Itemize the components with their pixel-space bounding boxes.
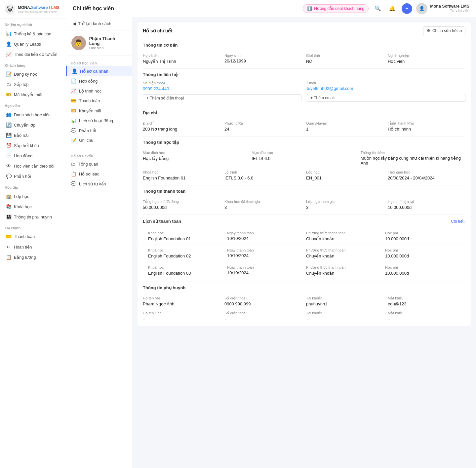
add-phone-button[interactable]: + Thêm số điện thoại — [143, 94, 301, 102]
section-ho-so-chi-tiet: Hồ sơ chi tiết ⚙ Chỉnh sửa hồ sơ Thông t… — [138, 22, 471, 326]
sidebar-item-lop-hoc[interactable]: 🏫 Lớp học — [1, 191, 64, 201]
sidebar-item-label: Quản lý Leads — [14, 42, 41, 47]
student-nav-lich-su-hd[interactable]: 📊 Lịch sử hoạt động — [66, 116, 132, 126]
logo-software: Software — [31, 5, 48, 10]
feedback-icon: 💬 — [71, 128, 76, 133]
study-extra-value: Muốn học lấy bằng cũng như cải thiện kĩ … — [361, 156, 465, 166]
sidebar-item-label: Theo dõi tiến độ tư vấn — [14, 52, 57, 57]
payment-icon: 💳 — [71, 98, 76, 103]
nav-label: Hồ sơ cá nhân — [80, 69, 108, 74]
sidebar-item-label: Danh sách học viên — [14, 112, 51, 117]
class-value: EN_001 — [306, 176, 384, 180]
sidebar-item-khoa-hoc[interactable]: 📚 Khóa học — [1, 202, 64, 212]
student-nav-khuyen-mai[interactable]: 🎫 Khuyến mãi — [66, 106, 132, 116]
back-button[interactable]: ◀ Trở lại danh sách — [66, 17, 132, 30]
ph-method-value-0: Chuyển khoản — [306, 236, 381, 241]
field-address: Địa chỉ 203 Nơ trang long — [143, 121, 220, 132]
nav-label: Thanh toán — [79, 98, 100, 103]
sidebar-item-danh-sach-hv[interactable]: 👥 Danh sách học viên — [1, 110, 64, 120]
sidebar-item-theo-doi[interactable]: 📈 Theo dõi tiến độ tư vấn — [1, 49, 64, 59]
class-label: Lớp học — [306, 170, 384, 175]
ph-method-value-2: Chuyển khoản — [306, 271, 381, 276]
coupon-icon: 🎫 — [71, 108, 76, 113]
study-purpose-label: Mục đích học — [143, 151, 248, 155]
classroom-icon: 🏫 — [6, 194, 11, 199]
add-email-button[interactable]: + Thêm email — [307, 94, 465, 102]
student-nav-lo-trinh-hoc[interactable]: 📈 Lộ trình học — [66, 86, 132, 96]
add-email-label: + Thêm email — [310, 96, 335, 100]
field-courses-joined: Khóa học đã tham gia 3 — [224, 200, 302, 210]
field-ward: Phường/Xã 24 — [224, 121, 302, 132]
sidebar-item-label: Lớp học — [14, 194, 29, 199]
sidebar-item-hv-can-theo-doi[interactable]: 👁 Học viên cần theo dõi — [1, 161, 64, 171]
student-nav-phan-hoi[interactable]: 💬 Phản hồi — [66, 126, 132, 136]
section-header: Hồ sơ chi tiết ⚙ Chỉnh sửa hồ sơ — [138, 22, 471, 39]
header-user[interactable]: 👤 Mona Software LMS Tư vấn viên — [416, 3, 469, 14]
sidebar-item-bang-luong[interactable]: 📋 Bảng lương — [1, 252, 64, 262]
feedback-icon: 💬 — [6, 174, 11, 179]
logo: 🐼 MONA.Software / LMS Learning Managemen… — [0, 0, 66, 19]
ph-method-label-2: Phương thức thanh toán — [306, 265, 381, 270]
gender-value: Nữ — [306, 59, 384, 64]
sidebar-item-phan-hoi[interactable]: 💬 Phản hồi — [1, 171, 64, 181]
field-roadmap: Lộ trình IETLS 3.0 - 6.0 — [224, 170, 302, 180]
sidebar-item-ma-khuyen-mai[interactable]: 🎫 Mã khuyến mãi — [1, 90, 64, 99]
field-study-time: Thời gian học 20/08/2024 - 20/04/2024 — [388, 170, 465, 180]
sidebar-item-xep-lop[interactable]: 🗂 Xếp lớp — [1, 79, 64, 89]
student-nav-thanh-toan[interactable]: 💳 Thanh toán — [66, 96, 132, 106]
edit-profile-button[interactable]: ⚙ Chỉnh sửa hồ sơ — [423, 26, 465, 35]
field-father-pass: Mật khẩu -- — [388, 311, 465, 321]
add-phone-label: + Thêm số điện thoại — [146, 96, 184, 100]
user-icon: 👤 — [6, 41, 11, 47]
student-nav-lich-su-tv[interactable]: 💬 Lịch sử tư vấn — [66, 179, 132, 189]
trend-icon: 📈 — [6, 52, 11, 57]
notification-button[interactable]: 🔔 — [387, 3, 398, 14]
address-row: Địa chỉ 203 Nơ trang long Phường/Xã 24 Q… — [143, 121, 465, 132]
student-nav-hop-dong[interactable]: 📄 Hợp đồng — [66, 76, 132, 86]
sidebar-section-title-tai-chinh: Tài chính — [0, 222, 66, 231]
phone-value[interactable]: 0909 234 440 — [143, 86, 301, 91]
student-nav-tong-quan[interactable]: 🗂 Tổng quan — [66, 159, 132, 169]
father-phone-label: Số điện thoại — [224, 311, 302, 315]
search-button[interactable]: 🔍 — [373, 3, 383, 14]
address-label: Địa chỉ — [143, 121, 220, 126]
sidebar-item-bao-luu[interactable]: 💾 Bảo lưu — [1, 130, 64, 140]
sidebar-section-hoc-tap: Học tập 🏫 Lớp học 📚 Khóa học 👨‍👩‍👧 Thông… — [0, 181, 66, 222]
add-button[interactable]: + — [402, 3, 412, 14]
student-nav-ho-so-lead[interactable]: 📋 Hồ sơ lead — [66, 169, 132, 179]
expire-icon: ⏰ — [6, 143, 11, 148]
chi-tiet-link[interactable]: Chi tiết › — [451, 219, 465, 224]
sidebar-item-hoan-tien[interactable]: ↩ Hoàn tiền — [1, 242, 64, 252]
sidebar-item-thong-ke[interactable]: 📊 Thống kê & báo cáo — [1, 29, 64, 39]
sidebar-item-quan-ly-leads[interactable]: 👤 Quản lý Leads — [1, 39, 64, 49]
ph-fee-value-2: 10.000.000đ — [385, 271, 460, 276]
sidebar-item-sap-het-khoa[interactable]: ⏰ Sắp hết khóa — [1, 140, 64, 150]
dob-value: 20/12/1999 — [224, 58, 302, 63]
logo-sub: Learning Management System — [18, 10, 60, 13]
sidebar-section-nhiem-vu: Nhiệm vụ chính 📊 Thống kê & báo cáo 👤 Qu… — [0, 19, 66, 59]
total-paid-label: Tổng học phí đã đóng — [143, 200, 220, 204]
classes-joined-label: Lớp học tham gia — [306, 200, 384, 204]
contact-info-title: Thông tin liên hệ — [143, 72, 178, 77]
ph-date-1: Ngày thanh toán 10/10/2024 — [227, 248, 302, 258]
user-info: Mona Software LMS Tư vấn viên — [430, 4, 469, 13]
payment-summary-subtitle: Thông tin thanh toán — [138, 185, 471, 195]
email-value[interactable]: tuyettrinh02@gmail.com — [307, 86, 465, 91]
field-mother-phone: Số điện thoại 0900 990 999 — [224, 296, 302, 306]
contact-info-subtitle: Thông tin liên hệ — [138, 69, 471, 78]
student-nav-ho-so-ca-nhan[interactable]: 👤 Hồ sơ cá nhân — [66, 66, 132, 76]
field-mother-pass: Mật khẩu edu@123 — [388, 296, 465, 306]
sidebar-item-hop-dong[interactable]: 📄 Hợp đồng — [1, 151, 64, 161]
guide-button[interactable]: ℹ️ Hướng dẫn deal khách hàng — [303, 4, 369, 13]
district-label: Quận/Huyện — [306, 121, 384, 126]
sidebar-item-thong-tin-ph[interactable]: 👨‍👩‍👧 Thông tin phụ huynh — [1, 212, 64, 222]
field-full-name: Họ và tên Nguyễn Thị Trinh — [143, 54, 220, 64]
sidebar-item-label: Thông tin phụ huynh — [14, 214, 52, 219]
student-nav-ghi-chu[interactable]: 📝 Ghi chú — [66, 136, 132, 145]
sidebar-item-label: Hợp đồng — [14, 153, 32, 158]
payment-history-header: Lịch sử thanh toán Chi tiết › — [138, 215, 471, 228]
sidebar-section-title-nhiem-vu: Nhiệm vụ chính — [0, 19, 66, 28]
sidebar-item-thanh-toan[interactable]: 💳 Thanh toán — [1, 232, 64, 242]
sidebar-item-chuyen-lop[interactable]: 🔄 Chuyển lớp — [1, 120, 64, 130]
sidebar-item-dang-ky-hoc[interactable]: 📝 Đăng ký học — [1, 69, 64, 79]
